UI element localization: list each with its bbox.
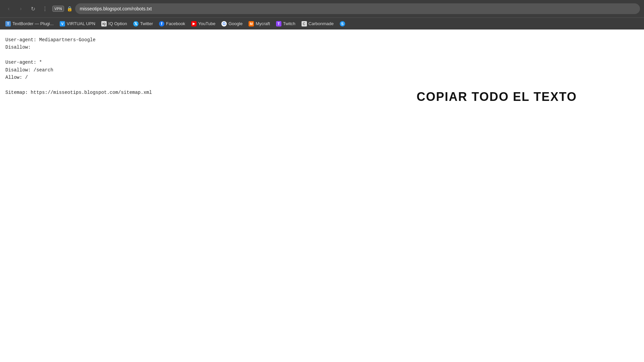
page-content: User-agent: Mediapartners-Google Disallo… xyxy=(0,29,644,358)
bookmarks-bar: T TextBorder — Plugi... V VIRTUAL UPN IQ… xyxy=(0,17,644,29)
forward-button[interactable]: › xyxy=(16,4,25,13)
bookmark-facebook-label: Facebook xyxy=(166,21,185,26)
bookmark-textborder[interactable]: T TextBorder — Plugi... xyxy=(3,20,56,27)
bookmark-twitch-label: Twitch xyxy=(283,21,296,26)
bookmark-youtube-label: YouTube xyxy=(198,21,215,26)
google-icon: G xyxy=(221,21,227,26)
bookmark-twitter-label: Twitter xyxy=(140,21,153,26)
bookmark-google-label: Google xyxy=(228,21,243,26)
bookmark-virtualupn-label: VIRTUAL UPN xyxy=(67,21,95,26)
address-text: misseotips.blogspot.com/robots.txt xyxy=(80,6,152,11)
virtualupn-icon: V xyxy=(60,21,65,26)
menu-button[interactable]: ⋮ xyxy=(40,4,50,13)
browser-chrome: ‹ › ↻ ⋮ VPN 🔒 misseotips.blogspot.com/ro… xyxy=(0,0,644,29)
bookmark-twitter[interactable]: 𝕏 Twitter xyxy=(130,20,156,27)
iqoption-icon: IQ xyxy=(101,21,107,26)
reload-button[interactable]: ↻ xyxy=(28,4,38,13)
bookmark-carbonmade-label: Carbonmade xyxy=(309,21,334,26)
bookmark-facebook[interactable]: f Facebook xyxy=(156,20,188,27)
signal-icon: S xyxy=(340,21,345,26)
facebook-icon: f xyxy=(159,21,164,26)
bookmark-virtualupn[interactable]: V VIRTUAL UPN xyxy=(57,20,98,27)
bookmark-mycraft-label: Mycraft xyxy=(256,21,270,26)
youtube-icon: ▶ xyxy=(191,21,197,26)
twitter-icon: 𝕏 xyxy=(133,21,139,26)
bookmark-twitch[interactable]: T Twitch xyxy=(273,20,298,27)
address-bar[interactable]: misseotips.blogspot.com/robots.txt xyxy=(75,3,640,14)
nav-bar: ‹ › ↻ ⋮ VPN 🔒 misseotips.blogspot.com/ro… xyxy=(0,0,644,17)
textborder-icon: T xyxy=(5,21,11,26)
vpn-badge: VPN xyxy=(52,6,64,12)
bookmark-textborder-label: TextBorder — Plugi... xyxy=(12,21,54,26)
bookmark-google[interactable]: G Google xyxy=(219,20,245,27)
carbonmade-icon: C xyxy=(302,21,307,26)
robots-txt-content: User-agent: Mediapartners-Google Disallo… xyxy=(5,36,639,96)
bookmark-iqoption[interactable]: IQ IQ Option xyxy=(99,20,130,27)
twitch-icon: T xyxy=(276,21,281,26)
mycraft-icon: M xyxy=(249,21,254,26)
back-button[interactable]: ‹ xyxy=(4,4,13,13)
lock-icon: 🔒 xyxy=(67,6,72,11)
bookmark-signal[interactable]: S xyxy=(337,20,348,27)
bookmark-iqoption-label: IQ Option xyxy=(108,21,127,26)
copy-all-text-button[interactable]: COPIAR TODO EL TEXTO xyxy=(417,90,577,104)
bookmark-youtube[interactable]: ▶ YouTube xyxy=(189,20,218,27)
bookmark-mycraft[interactable]: M Mycraft xyxy=(246,20,273,27)
bookmark-carbonmade[interactable]: C Carbonmade xyxy=(299,20,336,27)
